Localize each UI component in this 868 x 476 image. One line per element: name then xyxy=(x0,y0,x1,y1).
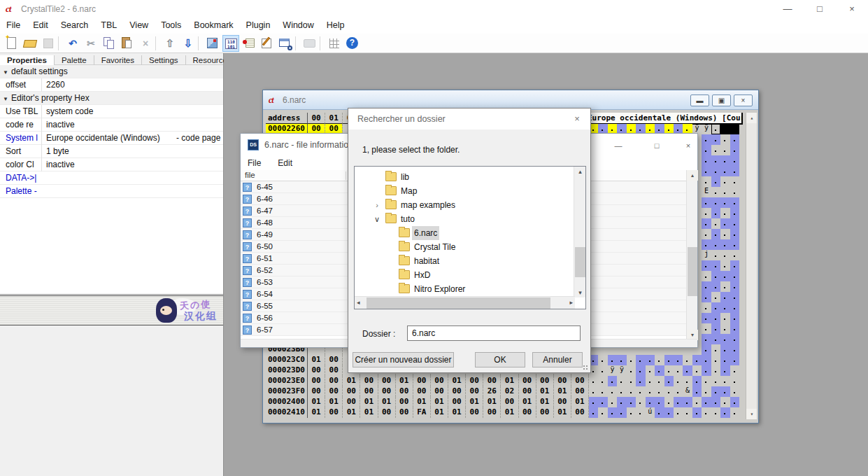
char-cell[interactable] xyxy=(730,260,739,271)
char-cell[interactable] xyxy=(655,376,664,386)
ok-button[interactable]: OK xyxy=(475,352,525,368)
scroll-left-icon[interactable]: ◂ xyxy=(357,299,360,306)
char-cell[interactable] xyxy=(702,344,711,355)
open-file-button[interactable] xyxy=(22,35,38,52)
hex-cell[interactable]: 00 xyxy=(536,376,554,386)
char-cell[interactable] xyxy=(730,218,739,229)
hex-cell[interactable]: 01 xyxy=(483,397,501,407)
char-cell[interactable] xyxy=(720,229,730,239)
column-separator[interactable] xyxy=(346,172,346,180)
menu-tbl[interactable]: TBL xyxy=(94,18,123,32)
char-cell[interactable] xyxy=(627,365,636,376)
char-cell[interactable] xyxy=(730,334,739,344)
char-cell[interactable] xyxy=(589,397,598,407)
char-cell[interactable] xyxy=(720,187,730,197)
char-cell[interactable] xyxy=(711,365,720,376)
hex-cell[interactable]: 01 xyxy=(343,376,360,386)
file-list-scrollbar[interactable]: ▴ ▾ xyxy=(686,170,697,340)
minimize-button[interactable]: — xyxy=(771,0,804,18)
char-cell[interactable]: ÿ xyxy=(608,365,617,376)
hex-cell[interactable]: 01 xyxy=(343,407,360,418)
char-cell[interactable] xyxy=(711,187,720,197)
grid-toggle-button[interactable] xyxy=(326,35,343,52)
char-cell[interactable] xyxy=(720,176,730,187)
scroll-up-icon[interactable]: ▴ xyxy=(746,113,757,123)
search-window-button[interactable] xyxy=(277,35,294,52)
resize-grip[interactable] xyxy=(583,365,588,370)
char-cell[interactable] xyxy=(702,323,711,334)
hex-cell[interactable]: 01 xyxy=(554,386,571,397)
scroll-down-icon[interactable]: ▾ xyxy=(746,409,757,419)
char-cell[interactable] xyxy=(730,397,739,407)
hex-cell[interactable]: 00 xyxy=(571,376,589,386)
char-cell[interactable] xyxy=(730,176,739,187)
char-cell[interactable] xyxy=(655,407,664,418)
hex-cell[interactable]: 00 xyxy=(483,376,501,386)
char-cell[interactable] xyxy=(720,239,730,250)
char-cell[interactable] xyxy=(683,376,692,386)
char-cell[interactable] xyxy=(720,260,730,271)
char-cell[interactable] xyxy=(711,197,720,208)
property-group-row[interactable]: ▼default settings xyxy=(0,65,223,78)
char-cell[interactable] xyxy=(711,239,720,250)
hex-cell[interactable]: 00 xyxy=(448,386,466,397)
char-cell[interactable] xyxy=(617,397,626,407)
char-cell[interactable] xyxy=(720,271,730,281)
char-cell[interactable] xyxy=(702,334,711,344)
char-cell[interactable] xyxy=(730,302,739,313)
scroll-down-icon[interactable]: ▾ xyxy=(574,289,586,296)
file-info-menu-edit[interactable]: Edit xyxy=(271,157,302,168)
char-cell[interactable] xyxy=(664,376,674,386)
char-cell[interactable] xyxy=(720,166,730,176)
char-cell[interactable] xyxy=(702,292,711,302)
char-cell[interactable] xyxy=(711,134,720,145)
menu-search[interactable]: Search xyxy=(55,18,95,32)
hex-cell[interactable]: 01 xyxy=(325,397,343,407)
char-cell[interactable] xyxy=(646,376,655,386)
char-cell[interactable] xyxy=(674,365,683,376)
char-cell[interactable] xyxy=(720,365,730,376)
char-cell[interactable] xyxy=(608,407,617,418)
property-value[interactable]: inactive xyxy=(43,158,223,172)
char-cell[interactable] xyxy=(702,197,711,208)
scroll-up-icon[interactable]: ▴ xyxy=(687,170,698,181)
menu-bookmark[interactable]: Bookmark xyxy=(187,18,239,32)
char-cell[interactable] xyxy=(711,281,720,292)
tree-vertical-scrollbar[interactable]: ▴ ▾ xyxy=(574,167,585,298)
char-cell[interactable] xyxy=(598,365,607,376)
char-cell[interactable] xyxy=(720,134,730,145)
char-cell[interactable] xyxy=(664,365,674,376)
hex-editor-button[interactable]: 110 101 xyxy=(222,35,239,52)
char-cell[interactable] xyxy=(655,365,664,376)
char-cell[interactable] xyxy=(730,166,739,176)
address-cell[interactable]: 000023E0 xyxy=(266,376,308,386)
address-cell[interactable]: 000023F0 xyxy=(266,386,308,397)
char-cell[interactable] xyxy=(683,397,692,407)
char-cell[interactable] xyxy=(711,323,720,334)
hex-cell[interactable]: 00 xyxy=(360,386,378,397)
char-cell[interactable] xyxy=(730,323,739,334)
char-cell[interactable] xyxy=(627,355,636,365)
cut-button[interactable]: ✂ xyxy=(83,35,99,52)
char-cell[interactable] xyxy=(720,355,730,365)
char-cell[interactable] xyxy=(730,271,739,281)
hex-cell[interactable]: 02 xyxy=(501,386,518,397)
char-cell[interactable] xyxy=(589,376,598,386)
address-cell[interactable]: 00002400 xyxy=(266,397,308,407)
hex-cell[interactable]: 01 xyxy=(308,355,325,365)
tree-item-nitro-explorer[interactable]: Nitro Explorer xyxy=(355,282,571,296)
char-cell[interactable] xyxy=(711,176,720,187)
hex-cell[interactable]: 01 xyxy=(536,386,554,397)
hex-cell[interactable]: 00 xyxy=(396,407,413,418)
char-cell[interactable] xyxy=(711,260,720,271)
char-cell[interactable] xyxy=(627,376,636,386)
char-cell[interactable] xyxy=(730,250,739,260)
hex-cell[interactable]: 00 xyxy=(519,376,536,386)
property-link-row[interactable]: DATA->| xyxy=(0,172,223,185)
collapse-triangle-icon[interactable]: ▼ xyxy=(0,66,11,79)
tree-item-hxd[interactable]: HxD xyxy=(355,268,571,282)
menu-view[interactable]: View xyxy=(123,18,155,32)
hex-vertical-scrollbar[interactable]: ▴ ▾ xyxy=(746,113,757,419)
char-cell[interactable] xyxy=(702,155,711,166)
char-cell[interactable] xyxy=(683,407,692,418)
